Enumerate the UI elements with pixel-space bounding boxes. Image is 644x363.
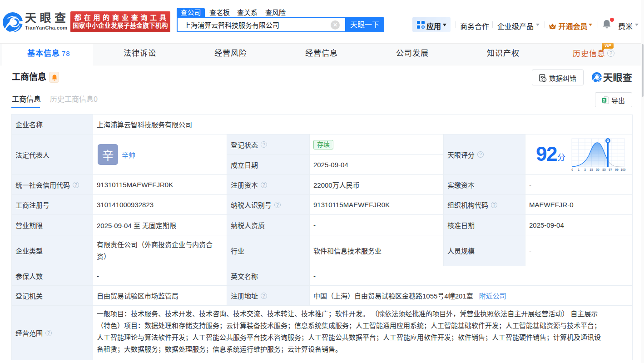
svg-text:0: 0	[571, 168, 573, 171]
svg-text:50: 50	[596, 168, 599, 171]
svg-text:100: 100	[620, 168, 625, 171]
svg-text:15: 15	[590, 168, 593, 171]
svg-text:99: 99	[615, 168, 619, 171]
svg-text:3: 3	[584, 168, 586, 171]
svg-text:85: 85	[602, 168, 606, 171]
svg-text:97: 97	[609, 168, 612, 171]
svg-text:1: 1	[578, 168, 580, 171]
